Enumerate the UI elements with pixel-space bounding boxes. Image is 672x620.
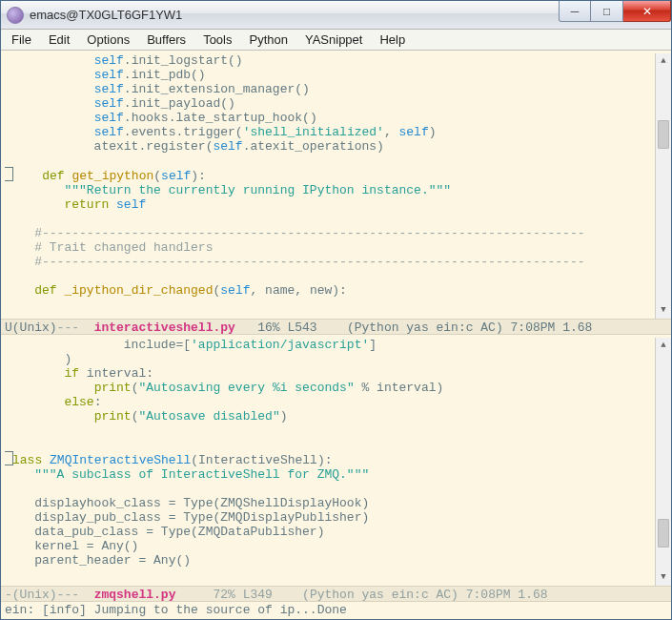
code-line[interactable]: lass ZMQInteractiveShell(InteractiveShel… <box>5 452 655 467</box>
scrollbar-top[interactable]: ▲ ▼ <box>655 53 671 319</box>
ml-clock: 7:08PM 1.68 <box>503 320 593 334</box>
code-line[interactable] <box>5 424 655 438</box>
code-line[interactable]: """Return the currently running IPython … <box>5 183 655 197</box>
code-line[interactable] <box>5 154 655 168</box>
scroll-up-icon[interactable]: ▲ <box>656 53 671 70</box>
scroll-thumb-bottom[interactable] <box>658 519 669 548</box>
ml-position: 16% L543 <box>235 320 317 334</box>
code-line[interactable]: """A subclass of InteractiveShell for ZM… <box>5 467 655 482</box>
code-line[interactable]: atexit.register(self.atexit_operations) <box>5 139 655 154</box>
menu-buffers[interactable]: Buffers <box>138 31 194 49</box>
code-line[interactable]: self.init_payload() <box>5 96 655 111</box>
menubar: File Edit Options Buffers Tools Python Y… <box>1 30 671 51</box>
scroll-up-icon[interactable]: ▲ <box>656 338 671 354</box>
menu-help[interactable]: Help <box>371 31 414 49</box>
app-icon <box>7 7 24 24</box>
code-area-top[interactable]: self.init_logstart() self.init_pdb() sel… <box>5 53 655 319</box>
menu-yasnippet[interactable]: YASnippet <box>296 31 371 49</box>
code-line[interactable]: def _ipython_dir_changed(self, name, new… <box>5 283 655 298</box>
modeline-top[interactable]: U(Unix) --- interactiveshell.py 16% L543… <box>1 319 671 335</box>
code-line[interactable]: displayhook_class = Type(ZMQShellDisplay… <box>5 496 655 510</box>
window-buttons: ─ □ ✕ <box>559 1 671 29</box>
code-line[interactable]: data_pub_class = Type(ZMQDataPublisher) <box>5 525 655 539</box>
ml-clock: 7:08PM 1.68 <box>458 587 548 601</box>
ml-buffer-name: interactiveshell.py <box>94 320 235 334</box>
code-line[interactable] <box>5 568 655 582</box>
scrollbar-bottom[interactable]: ▲ ▼ <box>655 338 671 586</box>
code-area-bottom[interactable]: include=['application/javascript'] ) if … <box>5 338 655 586</box>
code-line[interactable]: print("Autosaving every %i seconds" % in… <box>5 381 655 395</box>
editor-pane-bottom[interactable]: include=['application/javascript'] ) if … <box>1 335 671 586</box>
code-line[interactable] <box>5 269 655 283</box>
ml-dashes: --- <box>57 320 79 334</box>
window-title: emacs@TX0GLT6GF1YW1 <box>30 8 559 22</box>
menu-tools[interactable]: Tools <box>194 31 240 49</box>
scroll-thumb-top[interactable] <box>658 120 669 149</box>
code-line[interactable]: # Trait changed handlers <box>5 240 655 255</box>
menu-options[interactable]: Options <box>78 31 138 49</box>
editor-pane-top[interactable]: self.init_logstart() self.init_pdb() sel… <box>1 51 671 319</box>
modeline-bottom[interactable]: -(Unix) --- zmqshell.py 72% L349 (Python… <box>1 586 671 602</box>
code-line[interactable]: #---------------------------------------… <box>5 226 655 240</box>
titlebar[interactable]: emacs@TX0GLT6GF1YW1 ─ □ ✕ <box>1 1 671 30</box>
code-line[interactable]: self.hooks.late_startup_hook() <box>5 111 655 125</box>
code-line[interactable] <box>5 212 655 226</box>
code-line[interactable]: else: <box>5 395 655 409</box>
ml-coding: U(Unix) <box>5 320 57 334</box>
code-line[interactable]: include=['application/javascript'] <box>5 338 655 352</box>
ml-modes: (Python yas ein:c AC) <box>273 587 458 601</box>
minimize-button[interactable]: ─ <box>559 1 591 22</box>
code-line[interactable]: self.events.trigger('shell_initialized',… <box>5 125 655 139</box>
code-line[interactable]: self.init_logstart() <box>5 53 655 68</box>
code-line[interactable] <box>5 438 655 452</box>
code-line[interactable]: self.init_extension_manager() <box>5 82 655 96</box>
maximize-button[interactable]: □ <box>591 1 623 22</box>
code-line[interactable]: #---------------------------------------… <box>5 255 655 269</box>
code-line[interactable]: parent_header = Any() <box>5 553 655 568</box>
menu-python[interactable]: Python <box>240 31 295 49</box>
scroll-down-icon[interactable]: ▼ <box>656 302 671 319</box>
scroll-down-icon[interactable]: ▼ <box>656 569 671 586</box>
ml-buffer-name: zmqshell.py <box>94 587 176 601</box>
close-button[interactable]: ✕ <box>623 1 671 22</box>
code-line[interactable]: return self <box>5 197 655 212</box>
app-window: emacs@TX0GLT6GF1YW1 ─ □ ✕ File Edit Opti… <box>0 0 672 620</box>
code-line[interactable]: self.init_pdb() <box>5 68 655 82</box>
code-line[interactable]: display_pub_class = Type(ZMQDisplayPubli… <box>5 510 655 525</box>
ml-position: 72% L349 <box>175 587 272 601</box>
code-line[interactable]: if interval: <box>5 366 655 381</box>
code-line[interactable]: def get_ipython(self): <box>5 168 655 183</box>
code-line[interactable]: kernel = Any() <box>5 539 655 553</box>
menu-edit[interactable]: Edit <box>40 31 78 49</box>
ml-dashes: --- <box>57 587 79 601</box>
ml-modes: (Python yas ein:c AC) <box>317 320 503 334</box>
code-line[interactable]: print("Autosave disabled") <box>5 409 655 424</box>
ml-coding: -(Unix) <box>5 587 57 601</box>
client-area: self.init_logstart() self.init_pdb() sel… <box>1 51 671 619</box>
code-line[interactable] <box>5 482 655 496</box>
menu-file[interactable]: File <box>3 31 40 49</box>
code-line[interactable]: ) <box>5 352 655 366</box>
minibuffer[interactable]: ein: [info] Jumping to the source of ip.… <box>1 602 671 619</box>
